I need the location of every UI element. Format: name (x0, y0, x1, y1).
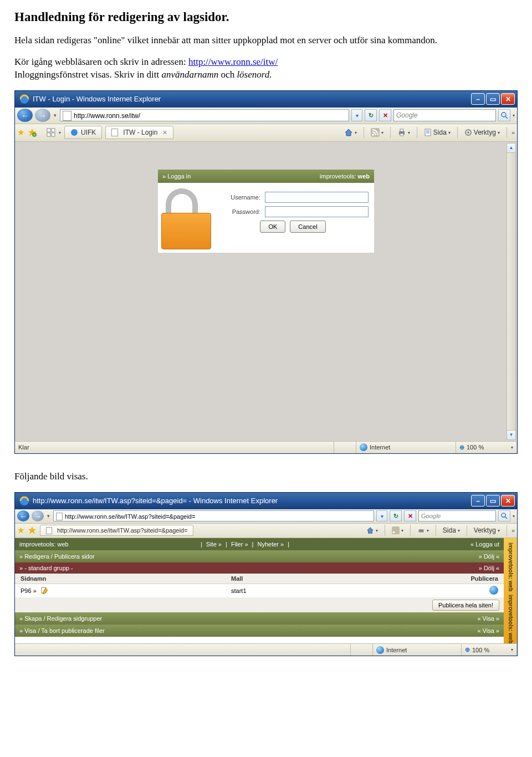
toolbar-overflow-icon[interactable]: » (511, 129, 515, 136)
svg-point-27 (393, 531, 395, 534)
username-input[interactable] (265, 192, 369, 203)
page-menu-button[interactable]: Sida▾ (422, 126, 453, 139)
ok-button[interactable]: OK (260, 221, 285, 233)
section-label: » Skapa / Redigera sidgrupper (19, 615, 102, 622)
tab-label: http://www.ronn.se/itw/ITW.asp?siteid=&p… (57, 527, 187, 534)
home-button[interactable]: ▾ (364, 524, 380, 536)
favorites-icon[interactable]: ★ (17, 127, 24, 137)
zone-indicator: Internet (356, 442, 456, 453)
back-button[interactable]: ← (17, 510, 29, 521)
password-label: Password: (217, 208, 260, 215)
followup-para: Följande bild visas. (14, 470, 518, 483)
brand-bold: web (358, 173, 370, 180)
feeds-button[interactable]: ▾ (390, 524, 406, 536)
quick-tabs-icon[interactable] (47, 128, 55, 137)
section-toggle: « Visa » (477, 615, 499, 622)
print-button[interactable]: ▾ (395, 126, 412, 139)
address-dropdown-button[interactable]: ▾ (376, 510, 387, 521)
password-input[interactable] (265, 206, 369, 217)
page-icon (111, 129, 118, 136)
scroll-down-icon[interactable]: ▼ (507, 430, 515, 439)
internet-zone-icon (376, 646, 384, 654)
close-button[interactable]: ✕ (501, 495, 515, 507)
tab-itw-admin[interactable]: http://www.ronn.se/itw/ITW.asp?siteid=&p… (40, 525, 193, 536)
address-dropdown-button[interactable]: ▾ (351, 109, 362, 121)
zoom-indicator[interactable]: ⊕100 %▾ (462, 644, 517, 656)
row-mall: start1 (231, 587, 448, 594)
section-visa[interactable]: » Visa / Ta bort publicerade filer « Vis… (15, 625, 504, 637)
brand-text: improvetools: (320, 173, 356, 180)
scroll-up-icon[interactable]: ▲ (507, 144, 515, 153)
search-dropdown-icon[interactable]: ▾ (513, 514, 515, 519)
stop-button[interactable]: ✕ (379, 109, 391, 121)
minimize-button[interactable]: – (471, 495, 485, 507)
logout-link[interactable]: « Logga ut (470, 541, 499, 548)
ie-icon (19, 94, 29, 104)
pages-table: Sidnamn Mall Publicera P96 » start1 Publ… (15, 574, 504, 612)
content-area: improvetools: web | Site » | Filer » | N… (15, 538, 517, 644)
minimize-button[interactable]: – (471, 93, 485, 105)
refresh-button[interactable]: ↻ (365, 109, 377, 121)
add-favorite-icon[interactable] (28, 526, 37, 535)
home-button[interactable]: ▾ (342, 126, 359, 139)
publish-icon[interactable] (489, 586, 498, 595)
print-button[interactable]: ▾ (415, 524, 431, 536)
tab-close-icon[interactable]: ✕ (162, 129, 167, 136)
maximize-button[interactable]: ▭ (486, 495, 500, 507)
row-name: P96 » (21, 587, 37, 594)
menu-site[interactable]: Site » (206, 541, 222, 548)
stop-button[interactable]: ✕ (404, 510, 416, 521)
edit-icon[interactable] (40, 586, 49, 595)
publish-all-button[interactable]: Publicera hela siten! (432, 600, 499, 611)
page-menu-button[interactable]: Sida▾ (441, 524, 462, 536)
nav-toolbar: ← → ▾ http://www.ronn.se/itw/ITW.asp?sit… (15, 509, 517, 524)
section-label: » Redigera / Publicera sidor (19, 553, 95, 560)
search-box[interactable]: Google (418, 510, 496, 521)
intro-para: Hela sidan redigeras "online" vilket inn… (14, 34, 518, 47)
forward-button[interactable]: → (32, 510, 44, 521)
tools-menu-button[interactable]: Verktyg▾ (462, 126, 502, 139)
internet-zone-icon (360, 443, 367, 451)
svg-rect-6 (47, 129, 50, 132)
svg-point-21 (467, 131, 469, 134)
section-skapa[interactable]: » Skapa / Redigera sidgrupper « Visa » (15, 612, 504, 625)
admin-top-bar: improvetools: web | Site » | Filer » | N… (15, 538, 504, 550)
back-button[interactable]: ← (17, 109, 33, 122)
toolbar-overflow-icon[interactable]: » (511, 527, 515, 534)
search-button[interactable] (498, 109, 510, 121)
history-chevron-icon[interactable]: ▾ (46, 513, 51, 519)
add-favorite-icon[interactable]: + (28, 128, 37, 137)
search-dropdown-icon[interactable]: ▾ (513, 113, 515, 118)
page-icon (56, 513, 63, 520)
subgroup-label: » - standard grupp - (19, 565, 73, 571)
refresh-button[interactable]: ↻ (390, 510, 402, 521)
favorites-icon[interactable]: ★ (17, 525, 24, 535)
maximize-button[interactable]: ▭ (486, 93, 500, 105)
address-bar[interactable]: http://www.ronn.se/itw/ (60, 109, 349, 121)
close-button[interactable]: ✕ (501, 93, 515, 105)
menu-nyheter[interactable]: Nyheter » (257, 541, 284, 548)
table-row[interactable]: P96 » start1 (15, 584, 504, 598)
tab-uifk[interactable]: UIFK (64, 126, 102, 139)
tab-itw-login[interactable]: ITW - Login ✕ (105, 126, 173, 139)
search-button[interactable] (498, 510, 510, 521)
quick-tabs-chevron-icon[interactable]: ▾ (59, 130, 61, 135)
cancel-button[interactable]: Cancel (290, 221, 325, 233)
search-box[interactable]: Google (393, 109, 496, 121)
history-chevron-icon[interactable]: ▾ (53, 112, 58, 118)
zoom-indicator[interactable]: ⊕100 %▾ (456, 442, 517, 453)
tools-menu-button[interactable]: Verktyg▾ (472, 524, 502, 536)
feeds-button[interactable]: ▾ (369, 126, 386, 139)
svg-point-23 (502, 513, 505, 517)
instr-part2: Inloggningsfönstret visas. Skriv in ditt (14, 69, 161, 80)
app-url-link[interactable]: http://www.ronn.se/itw/ (188, 57, 278, 67)
menu-filer[interactable]: Filer » (231, 541, 248, 548)
vertical-scrollbar[interactable]: ▲ ▼ (507, 143, 516, 440)
tab-label: UIFK (81, 129, 96, 136)
address-bar[interactable]: http://www.ronn.se/itw/ITW.asp?siteid=&p… (53, 510, 374, 521)
ie-icon (19, 496, 29, 506)
instruction-para: Kör igång webbläsaren och skriv in adres… (14, 56, 518, 81)
forward-button[interactable]: → (35, 109, 50, 122)
section-redigera[interactable]: » Redigera / Publicera sidor » Dölj « (15, 550, 504, 562)
subgroup-header[interactable]: » - standard grupp - » Dölj « (15, 562, 504, 574)
